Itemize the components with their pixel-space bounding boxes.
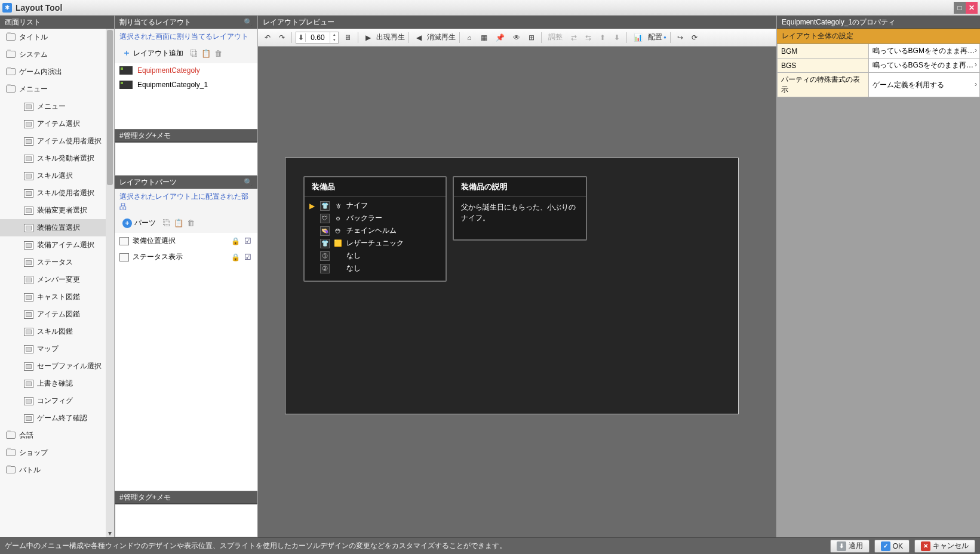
property-value[interactable]: 鳴っているBGMをそのまま再生する [868,44,979,59]
layout-thumb-icon [119,81,133,89]
zoom-spinner[interactable]: ▴▾ [330,32,338,43]
delete-icon[interactable]: 🗑 [185,218,196,229]
add-parts-button[interactable]: + パーツ [118,216,160,230]
tree-item-label: 装備アイテム選択 [37,240,94,250]
chart-icon[interactable]: 📊 [631,31,646,44]
assign-layout-header: 割り当てるレイアウト 🔍 [115,16,257,29]
adjust-button[interactable]: 調整 [545,31,566,44]
tree-item[interactable]: スキル選択 [0,167,114,184]
undo-icon[interactable]: ↶ [262,31,274,44]
tree-item[interactable]: スキル発動者選択 [0,150,114,167]
preview-canvas[interactable]: 装備品 ▶👕🗡ナイフ🛡⭘バックラー👒⛑チェインヘルム👕🟨レザーチュニック➀なし➁… [258,47,776,537]
cancel-button[interactable]: ✕キャンセル [914,540,975,553]
close-button[interactable]: ✕ [966,2,978,14]
tree-folder[interactable]: タイトル [0,29,114,46]
tree-folder[interactable]: メニュー [0,81,114,98]
back-icon[interactable]: ◀ [413,31,425,44]
property-value[interactable]: ゲーム定義を利用する [868,73,979,97]
snap-icon[interactable]: ⊞ [526,31,537,44]
tree-item[interactable]: 装備アイテム選択 [0,236,114,254]
swap-icon-right[interactable]: ⇆ [582,31,594,44]
tree-item[interactable]: 装備位置選択 [0,219,114,236]
equip-row: ➁なし [309,262,441,275]
part-row[interactable]: ステータス表示🔒☑ [115,249,257,265]
tree-item[interactable]: アイテム選択 [0,115,114,133]
paste-icon[interactable]: 📋 [201,48,211,59]
download-icon[interactable]: ⬇ [296,33,306,42]
tree-folder[interactable]: バトル [0,461,114,479]
tag-memo-input[interactable] [115,142,257,176]
lock-icon[interactable]: 🔒 [231,253,239,261]
tree-folder[interactable]: システム [0,46,114,63]
down-icon[interactable]: ⬇ [611,31,623,44]
layout-item[interactable]: EquipmentCategoly_1 [115,78,257,92]
screen-icon [24,380,33,388]
add-layout-button[interactable]: ＋ レイアウト追加 [118,45,188,61]
search-icon[interactable]: 🔍 [244,18,253,26]
monitor-icon[interactable]: 🖥 [341,31,354,44]
scroll-down-icon[interactable]: ▾ [106,529,114,537]
grid-icon[interactable]: ▦ [478,31,490,44]
folder-icon [6,51,16,58]
play-icon[interactable]: ▶ [362,31,374,44]
zoom-input[interactable] [306,32,330,43]
paste-icon[interactable]: 📋 [173,218,184,229]
tree-item[interactable]: 上書き確認 [0,375,114,392]
tree-item[interactable]: ゲーム終了確認 [0,410,114,427]
slot-icon: 🛡 [320,214,330,223]
tree-item-label: タイトル [19,32,48,42]
layout-item[interactable]: EquipmentCategoly [115,63,257,78]
copy-icon[interactable]: ⿻ [161,218,172,229]
tree-folder[interactable]: ゲーム内演出 [0,63,114,81]
tree-item[interactable]: ステータス [0,254,114,271]
tree-item[interactable]: コンフィグ [0,392,114,410]
tree-item[interactable]: マップ [0,340,114,358]
tree-item[interactable]: 装備変更者選択 [0,202,114,219]
copy-icon[interactable]: ⿻ [189,48,199,59]
tree-item[interactable]: アイテム図鑑 [0,306,114,323]
apply-button[interactable]: ⬇適用 [830,540,870,553]
layout-parts-header: レイアウトパーツ 🔍 [115,176,257,189]
tag-memo-input-2[interactable] [115,504,257,537]
screen-icon [24,241,33,250]
lock-icon[interactable]: 🔒 [231,237,239,245]
property-section-header: レイアウト全体の設定 [777,29,980,44]
equip-name: なし [346,251,361,261]
property-row[interactable]: BGM鳴っているBGMをそのまま再生する [778,44,980,59]
search-icon[interactable]: 🔍 [244,178,253,186]
tree-item-label: 上書き確認 [37,378,73,389]
export-icon[interactable]: ↪ [674,31,686,44]
delete-icon[interactable]: 🗑 [213,48,223,59]
ok-button[interactable]: ✓OK [874,540,910,553]
tree-item[interactable]: メンバー変更 [0,271,114,288]
tree-item[interactable]: スキル使用者選択 [0,184,114,202]
layout-list: EquipmentCategolyEquipmentCategoly_1 [115,63,257,129]
property-row[interactable]: パーティの特殊書式の表示ゲーム定義を利用する [778,73,980,97]
refresh-icon[interactable]: ⟳ [689,31,701,44]
tree-item[interactable]: アイテム使用者選択 [0,133,114,150]
tree-item[interactable]: セーブファイル選択 [0,358,114,375]
property-row[interactable]: BGS鳴っているBGSをそのまま再生する [778,59,980,73]
visible-checkbox[interactable]: ☑ [243,236,253,245]
tree-folder[interactable]: ショップ [0,444,114,461]
screen-tree[interactable]: タイトルシステムゲーム内演出メニューメニューアイテム選択アイテム使用者選択スキル… [0,29,114,537]
tree-folder[interactable]: 会話 [0,427,114,444]
screen-tree-scrollbar[interactable]: ▾ [106,29,114,537]
home-icon[interactable]: ⌂ [463,31,475,44]
tree-item[interactable]: キャスト図鑑 [0,288,114,306]
up-icon[interactable]: ⬆ [597,31,609,44]
tree-item[interactable]: メニュー [0,98,114,115]
plus-icon: ＋ [122,48,131,59]
scrollbar-thumb[interactable] [107,30,113,185]
property-value[interactable]: 鳴っているBGSをそのまま再生する [868,59,979,73]
maximize-button[interactable]: □ [954,2,966,14]
tag-memo-title-2: #管理タグ+メモ [119,493,171,503]
tree-item[interactable]: スキル図鑑 [0,323,114,340]
swap-icon[interactable]: ⇄ [568,31,580,44]
tag-memo-header: #管理タグ+メモ [115,129,257,142]
eye-icon[interactable]: 👁 [510,31,523,44]
visible-checkbox[interactable]: ☑ [243,253,253,261]
part-row[interactable]: 装備位置選択🔒☑ [115,233,257,249]
pin-icon[interactable]: 📌 [493,31,508,44]
redo-icon[interactable]: ↷ [276,31,288,44]
